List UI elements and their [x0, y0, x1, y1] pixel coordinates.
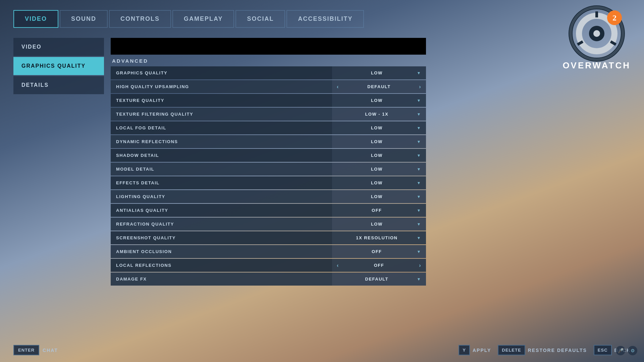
- chevron-down-icon: ▼: [417, 112, 421, 117]
- setting-value-shadow-detail[interactable]: LOW ▼: [332, 149, 426, 162]
- sidebar: VIDEO GRAPHICS QUALITY DETAILS: [13, 38, 104, 286]
- section-title: ADVANCED: [111, 58, 426, 64]
- overwatch-logo-icon: 2: [568, 5, 625, 62]
- setting-value-antialias[interactable]: OFF ▼: [332, 204, 426, 217]
- tab-accessibility[interactable]: ACCESSIBILITY: [286, 10, 364, 28]
- setting-value-graphics-quality[interactable]: LOW ▼: [332, 66, 426, 79]
- svg-rect-4: [595, 11, 598, 17]
- sidebar-item-graphics-quality[interactable]: GRAPHICS QUALITY: [13, 57, 104, 75]
- table-row: LIGHTING QUALITY LOW ▼: [111, 190, 426, 203]
- setting-value-model-detail[interactable]: LOW ▼: [332, 163, 426, 176]
- setting-label-ambient-occlusion: AMBIENT OCCLUSION: [111, 245, 332, 258]
- table-row: ANTIALIAS QUALITY OFF ▼: [111, 204, 426, 217]
- chevron-down-icon: ▼: [417, 98, 421, 103]
- chevron-down-icon: ▼: [417, 139, 421, 144]
- settings-list: GRAPHICS QUALITY LOW ▼ HIGH QUALITY UPSA…: [111, 66, 426, 286]
- table-row: REFRACTION QUALITY LOW ▼: [111, 218, 426, 231]
- arrow-left-icon[interactable]: ‹: [337, 84, 339, 90]
- chevron-down-icon: ▼: [417, 222, 421, 227]
- chevron-down-icon: ▼: [417, 181, 421, 185]
- chevron-down-icon: ▼: [417, 208, 421, 213]
- setting-label-graphics-quality: GRAPHICS QUALITY: [111, 66, 332, 79]
- main-container: VIDEO SOUND CONTROLS GAMEPLAY SOCIAL ACC…: [0, 0, 644, 362]
- setting-value-local-reflections[interactable]: ‹ OFF ›: [332, 259, 426, 272]
- setting-value-effects-detail[interactable]: LOW ▼: [332, 176, 426, 189]
- table-row: TEXTURE QUALITY LOW ▼: [111, 94, 426, 107]
- table-row: SCREENSHOT QUALITY 1X RESOLUTION ▼: [111, 231, 426, 244]
- setting-value-refraction[interactable]: LOW ▼: [332, 218, 426, 231]
- setting-label-local-fog: LOCAL FOG DETAIL: [111, 121, 332, 134]
- setting-label-dynamic-reflections: DYNAMIC REFLECTIONS: [111, 135, 332, 148]
- setting-label-refraction: REFRACTION QUALITY: [111, 218, 332, 231]
- table-row: LOCAL FOG DETAIL LOW ▼: [111, 121, 426, 134]
- table-row: TEXTURE FILTERING QUALITY LOW - 1X ▼: [111, 108, 426, 121]
- table-row: MODEL DETAIL LOW ▼: [111, 163, 426, 176]
- setting-label-texture-quality: TEXTURE QUALITY: [111, 94, 332, 107]
- table-row: HIGH QUALITY UPSAMPLING ‹ DEFAULT ›: [111, 80, 426, 93]
- chevron-down-icon: ▼: [417, 167, 421, 172]
- preview-bar: [111, 38, 426, 55]
- overwatch-logo: 2 OVERWATCH: [562, 5, 631, 71]
- setting-label-local-reflections: LOCAL REFLECTIONS: [111, 259, 332, 272]
- content-area: VIDEO GRAPHICS QUALITY DETAILS ADVANCED …: [13, 38, 631, 286]
- setting-value-ambient-occlusion[interactable]: OFF ▼: [332, 245, 426, 258]
- chevron-down-icon: ▼: [417, 153, 421, 158]
- chevron-down-icon: ▼: [417, 126, 421, 130]
- setting-value-hq-upsampling[interactable]: ‹ DEFAULT ›: [332, 80, 426, 93]
- table-row: LOCAL REFLECTIONS ‹ OFF ›: [111, 259, 426, 272]
- setting-label-shadow-detail: SHADOW DETAIL: [111, 149, 332, 162]
- setting-value-dynamic-reflections[interactable]: LOW ▼: [332, 135, 426, 148]
- setting-value-lighting-quality[interactable]: LOW ▼: [332, 190, 426, 203]
- setting-label-hq-upsampling: HIGH QUALITY UPSAMPLING: [111, 80, 332, 93]
- setting-label-lighting-quality: LIGHTING QUALITY: [111, 190, 332, 203]
- table-row: DYNAMIC REFLECTIONS LOW ▼: [111, 135, 426, 148]
- chevron-down-icon: ▼: [417, 236, 421, 240]
- top-nav: VIDEO SOUND CONTROLS GAMEPLAY SOCIAL ACC…: [13, 10, 631, 28]
- setting-value-texture-quality[interactable]: LOW ▼: [332, 94, 426, 107]
- table-row: EFFECTS DETAIL LOW ▼: [111, 176, 426, 189]
- setting-label-model-detail: MODEL DETAIL: [111, 163, 332, 176]
- setting-label-effects-detail: EFFECTS DETAIL: [111, 176, 332, 189]
- arrow-left-icon[interactable]: ‹: [337, 262, 339, 268]
- tab-sound[interactable]: SOUND: [60, 10, 108, 28]
- tab-video[interactable]: VIDEO: [13, 10, 58, 28]
- chevron-down-icon: ▼: [417, 249, 421, 254]
- setting-value-texture-filtering[interactable]: LOW - 1X ▼: [332, 108, 426, 121]
- setting-value-screenshot[interactable]: 1X RESOLUTION ▼: [332, 231, 426, 244]
- table-row: AMBIENT OCCLUSION OFF ▼: [111, 245, 426, 258]
- chevron-down-icon: ▼: [417, 277, 421, 282]
- sidebar-item-video[interactable]: VIDEO: [13, 38, 104, 56]
- setting-value-local-fog[interactable]: LOW ▼: [332, 121, 426, 134]
- table-row: DAMAGE FX DEFAULT ▼: [111, 273, 426, 286]
- tab-social[interactable]: SOCIAL: [235, 10, 285, 28]
- chevron-down-icon: ▼: [417, 71, 421, 75]
- table-row: SHADOW DETAIL LOW ▼: [111, 149, 426, 162]
- chevron-down-icon: ▼: [417, 194, 421, 199]
- svg-text:2: 2: [612, 13, 616, 22]
- setting-label-screenshot: SCREENSHOT QUALITY: [111, 231, 332, 244]
- svg-point-3: [593, 30, 600, 37]
- table-row: GRAPHICS QUALITY LOW ▼: [111, 66, 426, 79]
- settings-panel: ADVANCED GRAPHICS QUALITY LOW ▼ HIGH QUA…: [111, 38, 426, 286]
- overwatch-brand-text: OVERWATCH: [562, 60, 631, 71]
- setting-label-damage-fx: DAMAGE FX: [111, 273, 332, 286]
- arrow-right-icon[interactable]: ›: [419, 84, 421, 90]
- sidebar-item-details[interactable]: DETAILS: [13, 76, 104, 94]
- setting-value-damage-fx[interactable]: DEFAULT ▼: [332, 273, 426, 286]
- tab-gameplay[interactable]: GAMEPLAY: [172, 10, 234, 28]
- arrow-right-icon[interactable]: ›: [419, 262, 421, 268]
- setting-label-antialias: ANTIALIAS QUALITY: [111, 204, 332, 217]
- tab-controls[interactable]: CONTROLS: [109, 10, 171, 28]
- setting-label-texture-filtering: TEXTURE FILTERING QUALITY: [111, 108, 332, 121]
